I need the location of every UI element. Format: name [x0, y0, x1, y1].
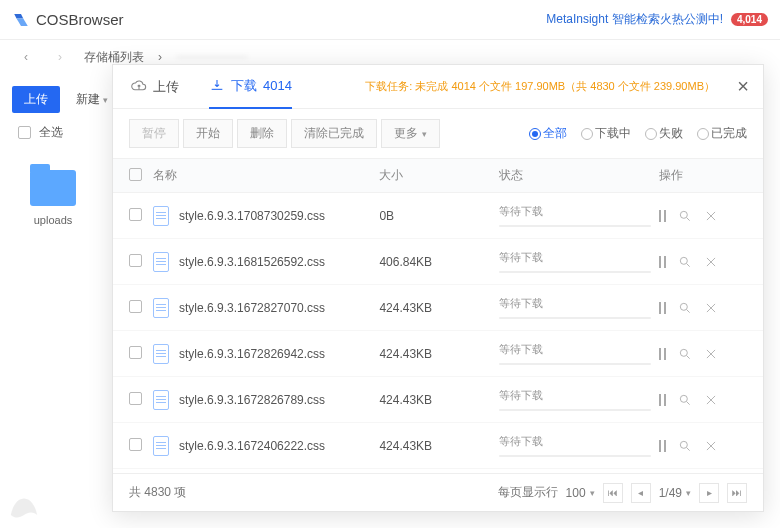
svg-point-10 — [680, 303, 687, 310]
row-checkbox[interactable] — [129, 392, 142, 405]
breadcrumb-separator: › — [158, 50, 162, 64]
download-icon — [209, 78, 225, 94]
new-button[interactable]: 新建▾ — [70, 86, 114, 113]
filter-done[interactable]: 已完成 — [697, 125, 747, 142]
row-close-icon[interactable] — [704, 347, 718, 361]
file-name: style.6.9.3.1681526592.css — [179, 255, 325, 269]
page-next-button[interactable]: ▸ — [699, 483, 719, 503]
row-checkbox[interactable] — [129, 346, 142, 359]
filter-downloading[interactable]: 下载中 — [581, 125, 631, 142]
file-size: 0B — [379, 209, 499, 223]
table-row: style.6.9.3.1672826942.css424.43KB等待下载 — [113, 331, 763, 377]
file-size: 424.43KB — [379, 301, 499, 315]
file-size: 424.43KB — [379, 439, 499, 453]
page-prev-button[interactable]: ◂ — [631, 483, 651, 503]
svg-marker-1 — [17, 18, 28, 26]
page-last-button[interactable]: ⏭ — [727, 483, 747, 503]
progress-bar — [499, 455, 651, 457]
col-size: 大小 — [379, 167, 499, 184]
progress-bar — [499, 271, 651, 273]
file-name: style.6.9.3.1672826789.css — [179, 393, 325, 407]
file-size: 406.84KB — [379, 255, 499, 269]
delete-button[interactable]: 删除 — [237, 119, 287, 148]
status-text: 等待下载 — [499, 204, 659, 219]
row-search-icon[interactable] — [678, 301, 692, 315]
row-close-icon[interactable] — [704, 301, 718, 315]
file-size: 424.43KB — [379, 393, 499, 407]
select-all-checkbox[interactable] — [18, 126, 31, 139]
folder-label: uploads — [30, 214, 76, 226]
row-pause-icon[interactable] — [659, 256, 666, 268]
progress-bar — [499, 317, 651, 319]
row-close-icon[interactable] — [704, 255, 718, 269]
row-pause-icon[interactable] — [659, 210, 666, 222]
svg-marker-0 — [14, 14, 23, 19]
row-checkbox[interactable] — [129, 300, 142, 313]
progress-bar — [499, 363, 651, 365]
task-summary: 下载任务: 未完成 4014 个文件 197.90MB（共 4830 个文件 2… — [365, 79, 715, 94]
header-checkbox[interactable] — [129, 168, 142, 181]
row-search-icon[interactable] — [678, 439, 692, 453]
svg-line-3 — [687, 217, 690, 220]
app-logo — [12, 11, 30, 29]
tab-download[interactable]: 下载 4014 — [209, 65, 292, 109]
pause-button[interactable]: 暂停 — [129, 119, 179, 148]
tab-upload[interactable]: 上传 — [131, 65, 179, 109]
row-pause-icon[interactable] — [659, 302, 666, 314]
filter-failed[interactable]: 失败 — [645, 125, 683, 142]
filter-all[interactable]: 全部 — [529, 125, 567, 142]
file-size: 424.43KB — [379, 347, 499, 361]
table-row: style.6.9.3.1672406222.css424.43KB等待下载 — [113, 423, 763, 469]
row-pause-icon[interactable] — [659, 440, 666, 452]
progress-bar — [499, 409, 651, 411]
close-icon[interactable]: × — [737, 75, 749, 98]
nav-forward-button[interactable]: › — [50, 50, 70, 64]
file-name: style.6.9.3.1672826942.css — [179, 347, 325, 361]
total-count: 共 4830 项 — [129, 484, 186, 501]
row-pause-icon[interactable] — [659, 348, 666, 360]
file-name: style.6.9.3.1672827070.css — [179, 301, 325, 315]
row-close-icon[interactable] — [704, 439, 718, 453]
file-icon — [153, 206, 169, 226]
breadcrumb-root[interactable]: 存储桶列表 — [84, 49, 144, 66]
file-icon — [153, 252, 169, 272]
file-icon — [153, 298, 169, 318]
svg-point-22 — [680, 441, 687, 448]
more-button[interactable]: 更多▾ — [381, 119, 440, 148]
svg-point-18 — [680, 395, 687, 402]
row-checkbox[interactable] — [129, 254, 142, 267]
status-text: 等待下载 — [499, 296, 659, 311]
file-icon — [153, 390, 169, 410]
promo-link[interactable]: MetaInsight 智能检索火热公测中! — [546, 11, 723, 28]
row-search-icon[interactable] — [678, 393, 692, 407]
row-close-icon[interactable] — [704, 209, 718, 223]
col-name: 名称 — [153, 167, 379, 184]
folder-item[interactable]: uploads — [30, 170, 76, 226]
row-checkbox[interactable] — [129, 438, 142, 451]
per-page-select[interactable]: 100▾ — [566, 486, 595, 500]
file-icon — [153, 344, 169, 364]
page-indicator[interactable]: 1/49▾ — [659, 486, 691, 500]
start-button[interactable]: 开始 — [183, 119, 233, 148]
folder-icon — [30, 170, 76, 206]
row-search-icon[interactable] — [678, 209, 692, 223]
svg-line-7 — [687, 263, 690, 266]
notification-badge[interactable]: 4,014 — [731, 13, 768, 26]
row-close-icon[interactable] — [704, 393, 718, 407]
nav-back-button[interactable]: ‹ — [16, 50, 36, 64]
breadcrumb-bucket[interactable] — [176, 56, 248, 58]
svg-line-23 — [687, 447, 690, 450]
watermark-icon — [2, 482, 46, 526]
upload-button[interactable]: 上传 — [12, 86, 60, 113]
transfer-modal: 上传 下载 4014 下载任务: 未完成 4014 个文件 197.90MB（共… — [112, 64, 764, 512]
page-first-button[interactable]: ⏮ — [603, 483, 623, 503]
row-checkbox[interactable] — [129, 208, 142, 221]
row-search-icon[interactable] — [678, 347, 692, 361]
svg-point-2 — [680, 211, 687, 218]
row-pause-icon[interactable] — [659, 394, 666, 406]
status-text: 等待下载 — [499, 434, 659, 449]
clear-done-button[interactable]: 清除已完成 — [291, 119, 377, 148]
table-row: style.6.9.3.1672827070.css424.43KB等待下载 — [113, 285, 763, 331]
row-search-icon[interactable] — [678, 255, 692, 269]
progress-bar — [499, 225, 651, 227]
